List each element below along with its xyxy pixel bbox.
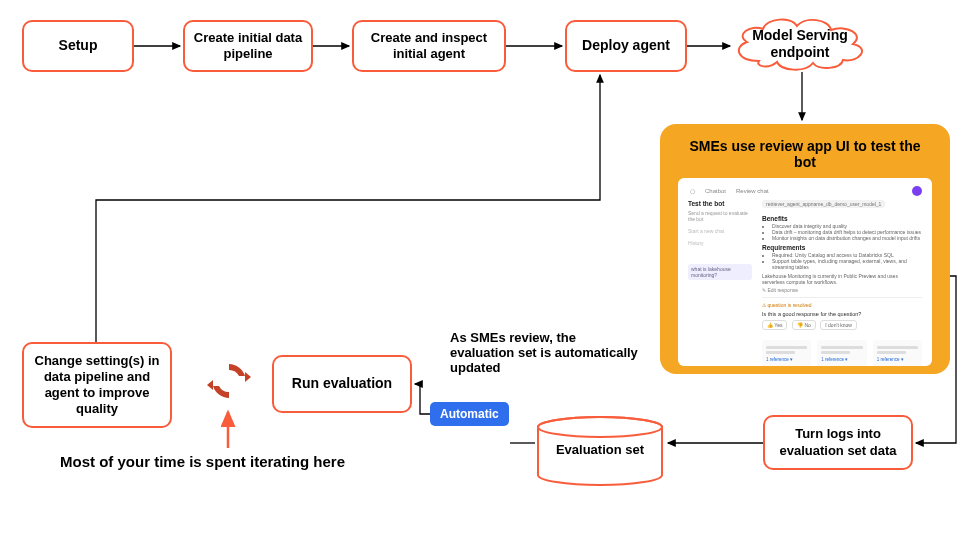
- node-change-settings: Change setting(s) in data pipeline and a…: [22, 342, 172, 428]
- node-run-evaluation: Run evaluation: [272, 355, 412, 413]
- note-auto-update: As SMEs review, the evaluation set is au…: [450, 330, 640, 375]
- cycle-icon: [206, 358, 252, 408]
- diagram-canvas: Setup Create initial data pipeline Creat…: [0, 0, 960, 540]
- avatar-icon: [912, 186, 922, 196]
- panel-sme-review-app: SMEs use review app UI to test the bot ⎔…: [660, 124, 950, 374]
- node-model-serving-endpoint: Model Serving endpoint: [725, 13, 875, 75]
- node-evaluation-set: Evaluation set: [535, 415, 665, 487]
- node-create-agent: Create and inspect initial agent: [352, 20, 506, 72]
- badge-automatic: Automatic: [430, 402, 509, 426]
- sme-panel-title: SMEs use review app UI to test the bot: [678, 138, 932, 170]
- node-turn-logs: Turn logs into evaluation set data: [763, 415, 913, 470]
- review-app-screenshot: ⎔ChatbotReview chat Test the bot Send a …: [678, 178, 932, 366]
- node-deploy-agent: Deploy agent: [565, 20, 687, 72]
- svg-marker-2: [245, 372, 251, 382]
- svg-marker-3: [207, 380, 213, 390]
- node-setup: Setup: [22, 20, 134, 72]
- caption-iteration: Most of your time is spent iterating her…: [60, 453, 345, 470]
- node-create-pipeline: Create initial data pipeline: [183, 20, 313, 72]
